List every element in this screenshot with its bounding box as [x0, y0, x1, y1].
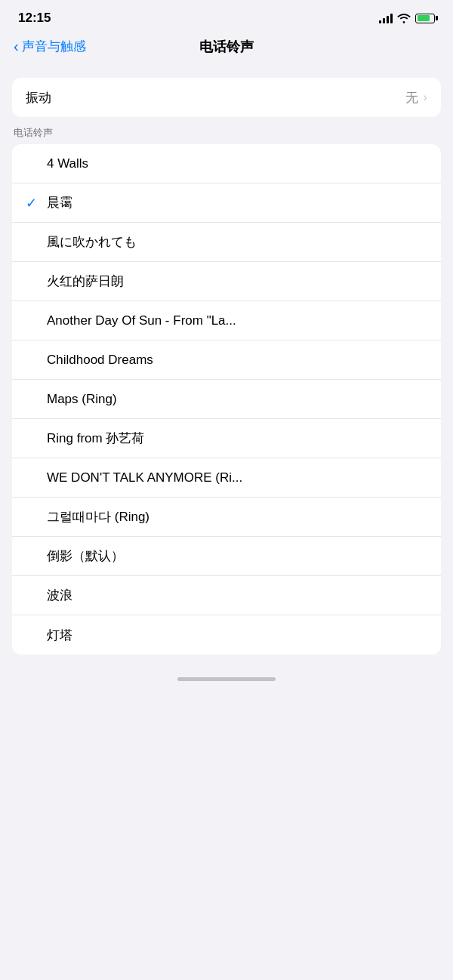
- ringtone-row[interactable]: 火红的萨日朗: [12, 262, 441, 301]
- back-label: 声音与触感: [22, 38, 86, 55]
- ringtone-row[interactable]: 그럴때마다 (Ring): [12, 498, 441, 537]
- ringtone-label: 倒影（默认）: [47, 547, 427, 565]
- ringtone-row[interactable]: 倒影（默认）: [12, 537, 441, 576]
- ringtone-label: Maps (Ring): [47, 392, 427, 407]
- ringtone-row[interactable]: 波浪: [12, 576, 441, 615]
- ringtone-label: 그럴때마다 (Ring): [47, 508, 427, 525]
- page-title: 电话铃声: [199, 38, 254, 56]
- vibration-row[interactable]: 振动 无 ›: [12, 78, 441, 117]
- ringtone-label: 風に吹かれても: [47, 233, 427, 251]
- vibration-label: 振动: [26, 89, 405, 106]
- ringtone-label: WE DON'T TALK ANYMORE (Ri...: [47, 470, 427, 485]
- checkmark-icon: ✓: [26, 195, 47, 211]
- ringtone-row[interactable]: WE DON'T TALK ANYMORE (Ri...: [12, 458, 441, 498]
- ringtone-row[interactable]: Ring from 孙艺荷: [12, 419, 441, 458]
- ringtone-row[interactable]: 4 Walls: [12, 144, 441, 183]
- nav-header: ‹ 声音与触感 电话铃声: [0, 33, 453, 64]
- ringtone-list: 4 Walls✓晨霭風に吹かれても火红的萨日朗Another Day Of Su…: [12, 144, 441, 655]
- status-icons: [379, 13, 435, 23]
- ringtone-label: 灯塔: [47, 627, 427, 644]
- ringtone-label: 波浪: [47, 587, 427, 604]
- home-indicator-bar: [177, 677, 276, 681]
- back-button[interactable]: ‹ 声音与触感: [14, 38, 86, 55]
- ringtone-row[interactable]: Childhood Dreams: [12, 341, 441, 380]
- ringtone-label: 4 Walls: [47, 156, 427, 171]
- status-time: 12:15: [18, 11, 51, 26]
- battery-icon: [415, 14, 435, 23]
- chevron-right-icon: ›: [423, 90, 427, 105]
- chevron-left-icon: ‹: [14, 39, 19, 54]
- ringtone-label: Childhood Dreams: [47, 353, 427, 368]
- ringtone-row[interactable]: ✓晨霭: [12, 183, 441, 223]
- ringtone-label: Another Day Of Sun - From "La...: [47, 313, 427, 328]
- signal-icon: [379, 13, 393, 23]
- ringtone-label: Ring from 孙艺荷: [47, 430, 427, 447]
- section-label: 电话铃声: [0, 120, 453, 144]
- ringtone-row[interactable]: Another Day Of Sun - From "La...: [12, 301, 441, 341]
- wifi-icon: [397, 13, 411, 23]
- status-bar: 12:15: [0, 0, 453, 33]
- ringtone-row[interactable]: 灯塔: [12, 615, 441, 655]
- vibration-card: 振动 无 ›: [12, 78, 441, 117]
- bottom-indicator: [0, 670, 453, 687]
- vibration-section: 振动 无 ›: [0, 64, 453, 117]
- ringtone-label: 火红的萨日朗: [47, 273, 427, 290]
- ringtone-label: 晨霭: [47, 194, 427, 211]
- vibration-value: 无: [405, 89, 418, 106]
- ringtone-row[interactable]: 風に吹かれても: [12, 223, 441, 262]
- ringtone-row[interactable]: Maps (Ring): [12, 380, 441, 419]
